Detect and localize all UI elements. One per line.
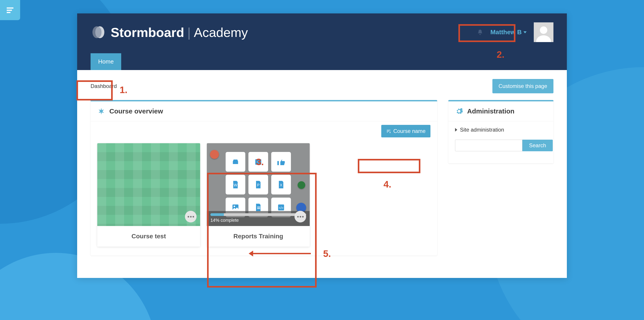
- course-more-button[interactable]: [185, 211, 196, 222]
- site-administration-link[interactable]: Site administration: [455, 127, 547, 133]
- user-name-label: Matthew B: [490, 29, 522, 36]
- triangle-right-icon: [455, 128, 457, 132]
- svg-text:P: P: [257, 183, 260, 187]
- course-thumbnail: W P X </> 14% comple: [207, 143, 310, 226]
- svg-rect-2: [7, 12, 10, 13]
- svg-rect-13: [257, 207, 260, 207]
- primary-nav: Home: [90, 53, 554, 70]
- customise-page-button[interactable]: Customise this page: [492, 79, 554, 93]
- course-overview-block: Course overview Course name: [90, 100, 437, 255]
- breadcrumb-dashboard[interactable]: Dashboard: [90, 83, 117, 89]
- course-progress: 14% complete: [207, 211, 310, 226]
- sort-icon: [386, 129, 391, 134]
- badge-icon: [298, 181, 305, 189]
- svg-point-6: [540, 27, 547, 34]
- course-overview-title: Course overview: [109, 107, 163, 115]
- svg-text:</>: </>: [278, 206, 284, 210]
- annotation-arrow-5: [253, 253, 311, 254]
- badge-icon: [210, 150, 219, 159]
- course-title: Reports Training: [207, 226, 310, 247]
- annotation-number-2: 2.: [497, 49, 504, 60]
- course-title: Course test: [97, 226, 200, 247]
- brand-separator: |: [188, 25, 191, 40]
- svg-rect-14: [257, 208, 260, 209]
- admin-search-button[interactable]: Search: [522, 140, 553, 151]
- svg-rect-1: [7, 10, 12, 11]
- menu-icon: [6, 6, 14, 15]
- logo-icon: [90, 24, 106, 40]
- course-more-button[interactable]: [294, 211, 306, 222]
- nav-item-home[interactable]: Home: [90, 53, 121, 70]
- administration-title: Administration: [467, 107, 514, 115]
- app-header: Stormboard | Academy Matthew B Home: [77, 14, 567, 70]
- svg-point-5: [95, 27, 102, 38]
- gear-icon: [455, 107, 463, 115]
- user-menu-toggle[interactable]: Matthew B: [487, 27, 530, 38]
- admin-search-input[interactable]: [455, 140, 522, 151]
- annotation-number-5: 5.: [323, 248, 331, 259]
- svg-point-17: [460, 108, 462, 110]
- brand-logo[interactable]: Stormboard | Academy: [90, 24, 248, 40]
- brand-name-bold: Stormboard: [111, 25, 184, 40]
- sort-course-name-button[interactable]: Course name: [381, 125, 430, 137]
- svg-text:X: X: [280, 183, 282, 187]
- annotation-number-3: 3.: [256, 157, 264, 167]
- brand-name-light: Academy: [194, 25, 248, 40]
- site-admin-label: Site administration: [460, 127, 504, 133]
- sort-label: Course name: [393, 128, 426, 134]
- svg-point-12: [234, 206, 235, 207]
- svg-rect-0: [7, 8, 14, 9]
- svg-text:W: W: [234, 183, 237, 187]
- notifications-icon[interactable]: [477, 29, 483, 35]
- hamburger-menu-button[interactable]: [0, 0, 20, 20]
- caret-down-icon: [524, 31, 526, 33]
- progress-label: 14% complete: [210, 218, 306, 223]
- asterisk-icon: [97, 107, 105, 115]
- administration-block: Administration Site administration Searc…: [448, 100, 554, 163]
- annotation-number-4: 4.: [384, 179, 391, 190]
- annotation-number-1: 1.: [120, 85, 128, 95]
- user-avatar[interactable]: [534, 22, 554, 42]
- course-card[interactable]: Course test: [97, 143, 200, 247]
- course-thumbnail: [97, 143, 200, 226]
